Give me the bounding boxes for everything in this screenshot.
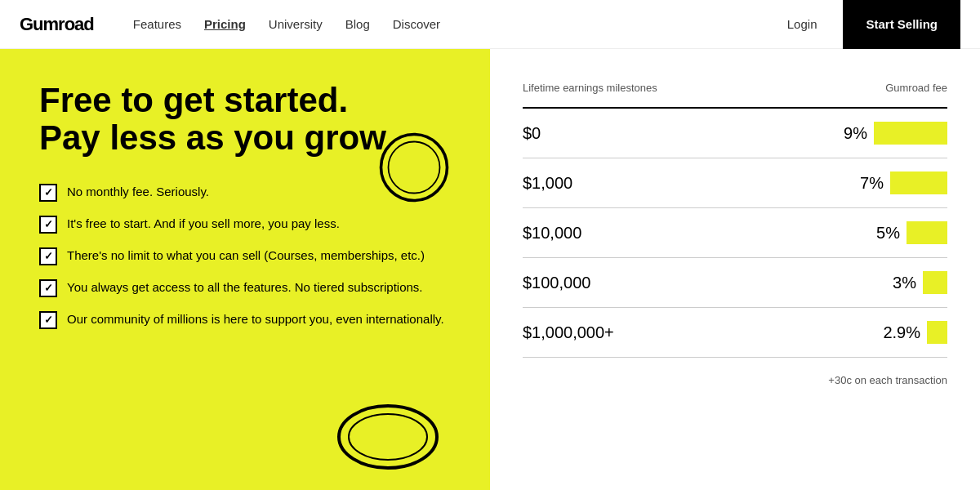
transaction-note: +30c on each transaction bbox=[523, 374, 947, 386]
milestone-value: $1,000,000+ bbox=[523, 323, 614, 342]
coin-bottom-icon bbox=[335, 400, 441, 474]
navbar: Gumroad FeaturesPricingUniversityBlogDis… bbox=[0, 0, 980, 49]
nav-link-university[interactable]: University bbox=[269, 17, 323, 31]
col-fee-label: Gumroad fee bbox=[885, 82, 947, 94]
table-header: Lifetime earnings milestones Gumroad fee bbox=[523, 82, 947, 109]
checklist-text: No monthly fee. Seriously. bbox=[67, 183, 209, 200]
checkbox: ✓ bbox=[39, 216, 57, 234]
fee-wrap: 7% bbox=[860, 172, 947, 194]
fee-wrap: 9% bbox=[844, 122, 947, 145]
right-panel: Lifetime earnings milestones Gumroad fee… bbox=[490, 49, 980, 490]
nav-link-blog[interactable]: Blog bbox=[345, 17, 370, 31]
check-mark: ✓ bbox=[44, 281, 53, 296]
checkbox: ✓ bbox=[39, 311, 57, 329]
fee-bar bbox=[890, 172, 947, 194]
checkbox: ✓ bbox=[39, 247, 57, 265]
milestone-value: $10,000 bbox=[523, 224, 581, 243]
start-selling-button[interactable]: Start Selling bbox=[843, 0, 960, 49]
checklist-text: It's free to start. And if you sell more… bbox=[67, 215, 340, 232]
checklist-item: ✓ You always get access to all the featu… bbox=[39, 278, 451, 297]
table-row: $0 9% bbox=[523, 109, 947, 158]
fee-bar bbox=[906, 221, 947, 244]
fee-value: 2.9% bbox=[883, 323, 920, 342]
left-panel: Free to get started. Pay less as you gro… bbox=[0, 49, 490, 490]
checklist-item: ✓ Our community of millions is here to s… bbox=[39, 310, 451, 329]
table-row: $100,000 3% bbox=[523, 258, 947, 308]
svg-point-3 bbox=[349, 414, 427, 460]
check-mark: ✓ bbox=[44, 249, 53, 264]
nav-right: Login Start Selling bbox=[761, 0, 960, 49]
logo[interactable]: Gumroad bbox=[20, 14, 94, 35]
coin-top-icon bbox=[377, 131, 451, 204]
checkbox: ✓ bbox=[39, 279, 57, 297]
nav-link-features[interactable]: Features bbox=[133, 17, 181, 31]
nav-link-pricing[interactable]: Pricing bbox=[204, 17, 246, 31]
checklist-text: You always get access to all the feature… bbox=[67, 278, 423, 296]
fee-value: 5% bbox=[876, 224, 900, 243]
checkbox: ✓ bbox=[39, 184, 57, 202]
fee-bar bbox=[927, 321, 947, 344]
check-mark: ✓ bbox=[44, 185, 53, 200]
checklist-text: There's no limit to what you can sell (C… bbox=[67, 247, 425, 264]
col-milestone-label: Lifetime earnings milestones bbox=[523, 82, 657, 94]
fee-wrap: 5% bbox=[876, 221, 947, 244]
fee-value: 9% bbox=[844, 124, 867, 143]
nav-link-discover[interactable]: Discover bbox=[393, 17, 440, 31]
fee-value: 7% bbox=[860, 174, 884, 193]
nav-links: FeaturesPricingUniversityBlogDiscover bbox=[133, 17, 761, 31]
milestone-value: $0 bbox=[523, 124, 541, 143]
milestone-value: $100,000 bbox=[523, 274, 590, 292]
fee-wrap: 2.9% bbox=[883, 321, 947, 344]
fee-bar bbox=[923, 271, 947, 294]
pricing-table: $0 9% $1,000 7% $10,000 5% $100,000 3% bbox=[523, 109, 947, 358]
checklist-item: ✓ There's no limit to what you can sell … bbox=[39, 247, 451, 265]
checklist-item: ✓ It's free to start. And if you sell mo… bbox=[39, 215, 451, 234]
table-row: $1,000 7% bbox=[523, 158, 947, 208]
fee-value: 3% bbox=[893, 274, 916, 292]
main-content: Free to get started. Pay less as you gro… bbox=[0, 49, 980, 490]
login-link[interactable]: Login bbox=[761, 17, 844, 31]
checklist: ✓ No monthly fee. Seriously. ✓ It's free… bbox=[39, 183, 451, 329]
fee-bar bbox=[874, 122, 947, 145]
svg-point-0 bbox=[381, 135, 448, 201]
fee-wrap: 3% bbox=[893, 271, 947, 294]
svg-point-2 bbox=[339, 406, 437, 468]
table-row: $1,000,000+ 2.9% bbox=[523, 308, 947, 358]
table-row: $10,000 5% bbox=[523, 208, 947, 258]
check-mark: ✓ bbox=[44, 313, 53, 327]
svg-point-1 bbox=[389, 142, 440, 194]
check-mark: ✓ bbox=[44, 217, 53, 232]
checklist-text: Our community of millions is here to sup… bbox=[67, 310, 444, 327]
milestone-value: $1,000 bbox=[523, 174, 572, 193]
